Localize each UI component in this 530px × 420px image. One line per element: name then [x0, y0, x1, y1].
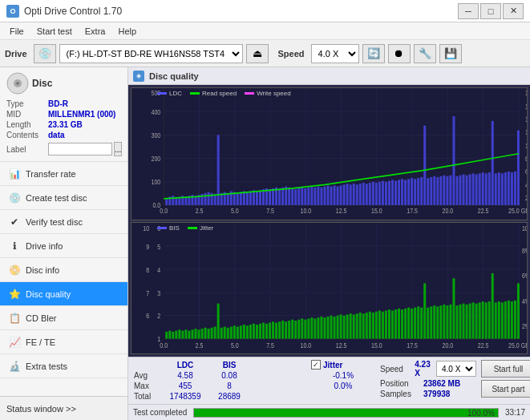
svg-rect-234: [362, 313, 365, 338]
svg-rect-249: [411, 308, 413, 338]
svg-rect-56: [278, 188, 281, 205]
svg-text:2: 2: [157, 312, 160, 320]
svg-rect-197: [243, 325, 245, 339]
save-button[interactable]: 💾: [439, 44, 462, 63]
svg-rect-43: [237, 193, 239, 205]
sidebar-item-extra-tests[interactable]: 🔬 Extra tests: [0, 354, 127, 378]
svg-rect-57: [281, 188, 284, 205]
settings-button[interactable]: 🔧: [414, 44, 436, 63]
svg-rect-190: [220, 327, 223, 338]
svg-rect-280: [511, 301, 513, 339]
sidebar-item-disc-quality[interactable]: ⭐ Disc quality: [0, 282, 127, 306]
ldc-total: 1748359: [162, 391, 208, 402]
sidebar-item-drive-info[interactable]: ℹ Drive info: [0, 234, 127, 258]
main-layout: Disc Type BD-R MID MILLENMR1 (000) Lengt…: [0, 67, 530, 420]
status-window-button[interactable]: Status window >>: [0, 396, 127, 420]
drive-select[interactable]: (F:) HL-DT-ST BD-RE WH16NS58 TST4: [59, 44, 243, 63]
svg-rect-201: [256, 325, 258, 339]
svg-rect-252: [420, 307, 423, 338]
read-speed-legend-label: Read speed: [202, 90, 237, 97]
svg-rect-109: [449, 176, 451, 205]
bottom-chart-svg: 1 2 3 4 5 6 10 9 8 7 6 10% 8% 6% 4%: [131, 223, 527, 354]
svg-text:6X: 6X: [525, 168, 527, 176]
samples-label: Samples: [380, 390, 420, 398]
maximize-button[interactable]: □: [480, 3, 501, 19]
svg-rect-175: [172, 331, 174, 338]
drive-icon-btn[interactable]: 💿: [34, 44, 56, 63]
jitter-checkbox[interactable]: ✓: [311, 360, 321, 370]
disc-section: Disc Type BD-R MID MILLENMR1 (000) Lengt…: [0, 67, 127, 162]
svg-text:400: 400: [151, 108, 160, 116]
sidebar-item-fe-te[interactable]: 📈 FE / TE: [0, 330, 127, 354]
svg-text:4: 4: [157, 265, 160, 273]
svg-text:22.5: 22.5: [478, 208, 489, 216]
disc-icon: [6, 72, 29, 95]
refresh-button[interactable]: 🔄: [362, 44, 385, 63]
drive-info-icon: ℹ: [8, 240, 21, 252]
bis-total: 28689: [208, 391, 250, 402]
svg-rect-64: [304, 188, 306, 205]
svg-point-3: [17, 83, 18, 84]
svg-rect-118: [479, 173, 481, 205]
sidebar-item-disc-info[interactable]: 📀 Disc info: [0, 258, 127, 282]
eject-button[interactable]: ⏏: [246, 44, 269, 63]
svg-rect-218: [310, 317, 313, 338]
svg-rect-90: [388, 181, 390, 205]
svg-text:6%: 6%: [522, 272, 527, 280]
svg-text:5.0: 5.0: [231, 208, 239, 216]
menu-start-test[interactable]: Start test: [30, 25, 79, 38]
svg-text:10X: 10X: [525, 142, 527, 150]
svg-rect-189: [217, 303, 220, 338]
speed-select[interactable]: 4.0 X: [311, 44, 359, 63]
svg-rect-235: [366, 312, 368, 338]
svg-rect-236: [369, 311, 371, 338]
svg-rect-259: [443, 304, 445, 338]
minimize-button[interactable]: ─: [458, 3, 479, 19]
sidebar-item-create-test-disc[interactable]: 💿 Create test disc: [0, 186, 127, 210]
sidebar-item-cd-bler[interactable]: 📋 CD Bler: [0, 306, 127, 330]
speed-stat-label: Speed: [380, 365, 411, 374]
svg-rect-231: [353, 314, 355, 338]
svg-rect-281: [514, 300, 516, 338]
close-button[interactable]: ✕: [503, 3, 524, 19]
svg-rect-268: [472, 302, 475, 338]
svg-rect-203: [262, 322, 265, 338]
svg-rect-251: [417, 306, 419, 338]
label-browse-button[interactable]: ...: [114, 142, 122, 156]
sidebar-item-transfer-rate[interactable]: 📊 Transfer rate: [0, 162, 127, 186]
svg-rect-63: [301, 188, 303, 205]
svg-rect-239: [378, 310, 381, 338]
svg-rect-206: [272, 321, 274, 338]
svg-rect-85: [372, 182, 374, 205]
svg-rect-116: [472, 173, 475, 205]
svg-rect-211: [288, 320, 290, 338]
svg-rect-198: [246, 325, 249, 338]
svg-rect-254: [427, 307, 429, 338]
menu-file[interactable]: File: [3, 25, 30, 38]
panel-header: ◈ Disc quality: [128, 67, 530, 85]
svg-rect-265: [463, 303, 465, 338]
svg-rect-278: [504, 301, 507, 339]
svg-rect-105: [436, 177, 439, 205]
label-input[interactable]: [48, 143, 112, 155]
disc-contents-value: data: [48, 131, 65, 139]
speed-display-select[interactable]: 4.0 X: [436, 361, 476, 377]
start-full-button[interactable]: Start full: [481, 360, 530, 378]
record-button[interactable]: ⏺: [388, 44, 411, 63]
ldc-legend-label: LDC: [169, 90, 182, 97]
svg-rect-74: [337, 187, 339, 205]
jitter-avg: -0.1%: [311, 371, 375, 380]
svg-rect-178: [181, 330, 184, 338]
position-value: 23862 MB: [423, 379, 460, 388]
sidebar-item-verify-test-disc[interactable]: ✔ Verify test disc: [0, 210, 127, 234]
svg-rect-119: [482, 172, 484, 205]
start-part-button[interactable]: Start part: [481, 380, 530, 398]
menu-help[interactable]: Help: [111, 25, 143, 38]
svg-rect-128: [511, 172, 513, 205]
menu-extra[interactable]: Extra: [79, 25, 112, 38]
svg-rect-61: [294, 189, 297, 205]
svg-rect-188: [214, 326, 216, 338]
svg-rect-210: [285, 321, 287, 338]
bis-avg: 0.08: [208, 370, 250, 381]
svg-text:2.5: 2.5: [196, 341, 204, 349]
